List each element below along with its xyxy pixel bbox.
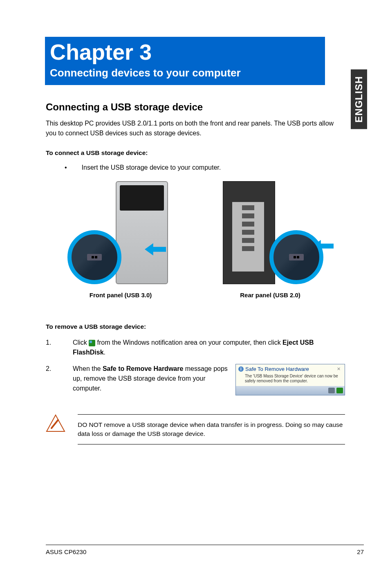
page-content: Connecting a USB storage device This des… [0,85,390,444]
remove-subheading: To remove a USB storage device: [46,323,345,330]
connect-bullet-row: • Insert the USB storage device to your … [46,164,345,171]
figure-area [46,181,345,284]
step-2-body: When the Safe to Remove Hardware message… [73,364,228,393]
warning-block: DO NOT remove a USB storage device when … [46,414,345,444]
connect-subheading: To connect a USB storage device: [46,149,345,157]
section-heading: Connecting a USB storage device [46,101,345,113]
bullet-text: Insert the USB storage device to your co… [82,164,221,171]
rear-usb-magnifier [269,230,323,284]
front-usb-magnifier [67,230,121,284]
step-2: 2. When the Safe to Remove Hardware mess… [46,364,345,396]
step1-mid: from the Windows notification area on yo… [95,339,282,346]
notification-body: The 'USB Mass Storage Device' device can… [236,374,345,386]
taskbar-strip [236,386,345,395]
step1-end: . [104,349,105,356]
step-1-number: 1. [46,338,58,357]
bullet-mark: • [65,164,67,171]
rear-tower-illustration [223,181,275,284]
front-tower-illustration [116,181,168,284]
front-panel-figure [46,181,190,284]
notification-close-icon: ✕ [337,366,342,373]
step-1: 1. Click from the Windows notification a… [46,338,345,357]
tray-eject-icon [336,388,343,393]
rear-caption: Rear panel (USB 2.0) [195,292,345,298]
chapter-banner: Chapter 3 Connecting devices to your com… [45,37,325,85]
language-tab: ENGLISH [351,70,367,129]
warning-text: DO NOT remove a USB storage device when … [78,414,345,444]
front-caption: Front panel (USB 3.0) [46,292,195,298]
notification-tray-icon [89,340,95,346]
step2-pre: When the [73,365,103,372]
intro-text: This desktop PC provides USB 2.0/1.1 por… [46,119,345,137]
chapter-subtitle: Connecting devices to your computer [50,67,320,79]
footer-left: ASUS CP6230 [46,548,86,555]
page-footer: ASUS CP6230 27 [46,545,364,555]
rear-panel-figure [201,181,345,284]
tray-item-icon [328,388,335,393]
step1-pre: Click [73,339,89,346]
notification-title: Safe To Remove Hardware [245,365,337,373]
step-1-body: Click from the Windows notification area… [73,338,345,357]
footer-page-number: 27 [357,548,364,555]
step-2-number: 2. [46,364,58,396]
step2-bold: Safe to Remove Hardware [103,365,183,372]
figure-captions: Front panel (USB 3.0) Rear panel (USB 2.… [46,292,345,298]
safe-remove-notification: i Safe To Remove Hardware ✕ The 'USB Mas… [235,364,345,396]
remove-section: To remove a USB storage device: 1. Click… [46,323,345,444]
info-icon: i [238,366,244,372]
chapter-number: Chapter 3 [50,40,320,64]
warning-icon [46,414,65,433]
